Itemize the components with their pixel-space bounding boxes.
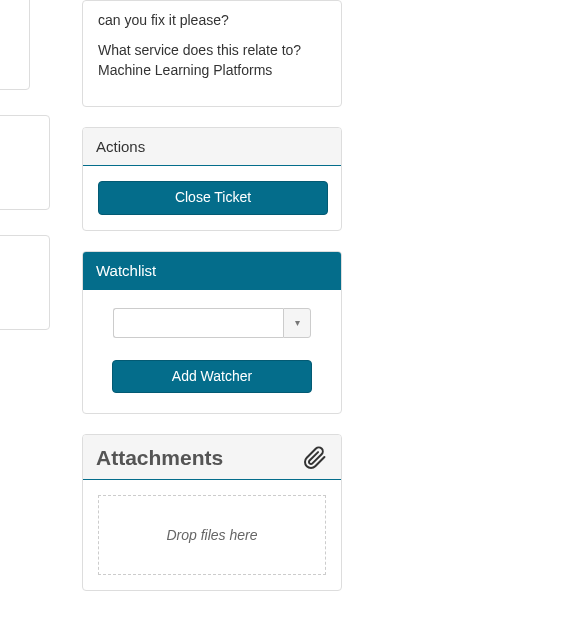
description-body: can you fix it please? What service does… — [98, 11, 326, 81]
sidebar-panel-ghost-1 — [0, 0, 30, 90]
main-column: can you fix it please? What service does… — [82, 0, 342, 611]
sidebar-panel-ghost-2 — [0, 115, 50, 210]
sidebar-panel-ghost-3 — [0, 235, 50, 330]
description-service-block: What service does this relate to? Machin… — [98, 41, 326, 81]
attachments-panel: Attachments Drop files here — [82, 434, 342, 591]
watcher-select-row: ▾ — [98, 308, 326, 338]
description-question: What service does this relate to? — [98, 42, 301, 58]
attachments-dropzone[interactable]: Drop files here — [98, 495, 326, 575]
add-watcher-button[interactable]: Add Watcher — [112, 360, 312, 394]
chevron-down-icon: ▾ — [295, 317, 300, 328]
actions-body: Close Ticket — [83, 166, 341, 230]
paperclip-icon[interactable] — [302, 445, 328, 471]
watchlist-body: ▾ Add Watcher — [83, 290, 341, 414]
attachments-heading: Attachments — [96, 446, 223, 470]
watcher-select-input[interactable] — [113, 308, 283, 338]
description-text-1: can you fix it please? — [98, 11, 326, 31]
close-ticket-button[interactable]: Close Ticket — [98, 181, 328, 215]
description-answer: Machine Learning Platforms — [98, 62, 272, 78]
watchlist-heading: Watchlist — [83, 252, 341, 290]
description-panel: can you fix it please? What service does… — [82, 0, 342, 107]
actions-panel: Actions Close Ticket — [82, 127, 342, 231]
dropzone-text: Drop files here — [166, 527, 257, 543]
watchlist-panel: Watchlist ▾ Add Watcher — [82, 251, 342, 415]
attachments-heading-row: Attachments — [83, 435, 341, 480]
watcher-select-caret[interactable]: ▾ — [283, 308, 311, 338]
actions-heading: Actions — [83, 128, 341, 166]
